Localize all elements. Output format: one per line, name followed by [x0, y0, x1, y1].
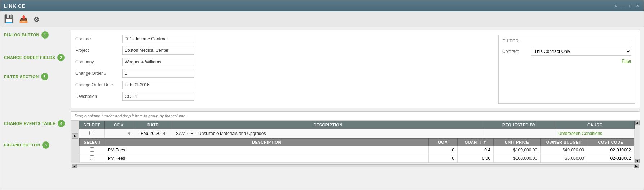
sub-col-owner-budget: OWNER BUDGET: [541, 139, 587, 146]
co-num-label: Change Order #: [75, 71, 122, 76]
sub-row1-desc: PM Fees: [105, 146, 429, 154]
sub-col-uom: UOM: [429, 139, 458, 146]
sub-table-row-2: PM Fees 0 0.06 $100,000.00 $6,000.00 02-…: [80, 154, 634, 163]
toolbar: 💾 📤 ⊗: [0, 11, 644, 27]
filter-contract-row: Contract This Contract Only All Contract…: [502, 47, 631, 56]
top-section: Contract Project Company Change Order #: [71, 30, 640, 108]
sub-row2-select: [80, 154, 105, 163]
annotation-label-1: DIALOG BUTTON: [4, 33, 39, 37]
project-row: Project: [75, 46, 493, 55]
window-title: LINK CE: [4, 3, 25, 9]
export-icon[interactable]: 📤: [19, 15, 28, 23]
col-select: SELECT: [79, 121, 105, 129]
main-table: SELECT CE # DATE DESCRIPTION REQUESTED B…: [79, 121, 635, 163]
desc-label: Description: [75, 94, 122, 99]
company-row: Company: [75, 58, 493, 66]
annotation-label-3: FILTER SECTION: [4, 74, 39, 79]
co-num-row: Change Order #: [75, 69, 493, 78]
sub-row1-checkbox[interactable]: [90, 147, 94, 152]
sub-col-quantity: QUANTITY: [458, 139, 494, 146]
sub-row1-cost-code: 02-010002: [587, 146, 634, 154]
co-date-input[interactable]: [122, 81, 194, 89]
contract-row: Contract: [75, 35, 493, 43]
annotations-column: DIALOG BUTTON 1 CHANGE ORDER FIELDS 2 FI…: [0, 27, 71, 182]
filter-contract-label: Contract: [502, 49, 531, 54]
expand-button[interactable]: ▶: [72, 133, 78, 139]
annotation-label-4: CHANGE EVENTS TABLE: [4, 121, 56, 126]
desc-input[interactable]: [122, 92, 194, 101]
company-label: Company: [75, 59, 122, 64]
refresh-btn[interactable]: ↻: [613, 3, 618, 8]
annotation-5: EXPAND BUTTON 5: [4, 141, 49, 149]
annotation-3: FILTER SECTION 3: [4, 73, 48, 80]
row-select-cell: [79, 129, 105, 138]
col-ce-num: CE #: [105, 121, 133, 129]
scrollable-table: SELECT CE # DATE DESCRIPTION REQUESTED B…: [79, 121, 635, 163]
project-input[interactable]: [122, 46, 194, 55]
scroll-left-btn[interactable]: ◀: [72, 164, 77, 168]
contract-input[interactable]: [122, 35, 194, 43]
scroll-down-btn[interactable]: ▼: [635, 159, 640, 163]
filter-contract-select[interactable]: This Contract Only All Contracts: [531, 47, 631, 56]
sub-row2-desc: PM Fees: [105, 154, 429, 163]
main-table-header: SELECT CE # DATE DESCRIPTION REQUESTED B…: [79, 121, 635, 129]
scroll-up-btn[interactable]: ▲: [635, 121, 640, 125]
sub-col-unit-price: UNIT PRICE: [494, 139, 541, 146]
title-bar: LINK CE ↻ ─ □ ✕: [0, 0, 644, 11]
sub-row1-unit-price: $100,000.00: [494, 146, 541, 154]
annotation-badge-5: 5: [42, 141, 49, 149]
vertical-scrollbar[interactable]: ▲ ▼: [635, 121, 640, 163]
row-checkbox[interactable]: [89, 131, 94, 135]
sub-row2-unit-price: $100,000.00: [494, 154, 541, 163]
row-requested-by: [483, 129, 555, 138]
annotation-badge-2: 2: [57, 54, 65, 61]
row-ce-num: 4: [105, 129, 133, 138]
save-icon[interactable]: 💾: [4, 14, 14, 24]
annotation-label-2: CHANGE ORDER FIELDS: [4, 55, 55, 60]
main-window: LINK CE ↻ ─ □ ✕ 💾 📤 ⊗ DIALOG BUTTON 1 CH…: [0, 0, 644, 190]
scroll-right-btn[interactable]: ▶: [634, 164, 639, 168]
sub-row2-quantity: 0.06: [458, 154, 494, 163]
row-description: SAMPLE – Unsuitable Materials and Upgrad…: [173, 129, 483, 138]
filter-title: FILTER: [502, 39, 631, 44]
close-btn[interactable]: ✕: [635, 3, 640, 8]
cancel-icon[interactable]: ⊗: [34, 15, 40, 23]
sub-row1-select: [80, 146, 105, 154]
co-date-label: Change Order Date: [75, 82, 122, 87]
sub-row1-uom: 0: [429, 146, 458, 154]
annotation-2: CHANGE ORDER FIELDS 2: [4, 54, 65, 61]
table-wrapper: ▶ SELECT CE # DATE DESCRIPTION: [71, 121, 640, 163]
sub-table-row-1: PM Fees 0 0.4 $100,000.00 $40,000.00 02-…: [80, 146, 634, 154]
table-section: Drag a column header and drop it here to…: [71, 111, 640, 168]
co-num-input[interactable]: [122, 69, 194, 78]
sub-col-desc: DESCRIPTION: [105, 139, 429, 146]
minimize-btn[interactable]: ─: [621, 3, 626, 8]
col-date: DATE: [133, 121, 173, 129]
horizontal-scrollbar[interactable]: ◀ ▶: [71, 163, 640, 168]
annotation-badge-3: 3: [41, 73, 48, 80]
form-fields: Contract Project Company Change Order #: [75, 35, 493, 104]
col-cause: CAUSE: [555, 121, 635, 129]
table-row: 4 Feb-20-2014 SAMPLE – Unsuitable Materi…: [79, 129, 635, 138]
sub-table: SELECT DESCRIPTION UOM QUANTITY UNIT PRI…: [79, 138, 634, 163]
sub-row2-uom: 0: [429, 154, 458, 163]
annotation-4: CHANGE EVENTS TABLE 4: [4, 120, 65, 127]
sub-col-select: SELECT: [80, 139, 105, 146]
company-input[interactable]: [122, 58, 194, 66]
drag-hint: Drag a column header and drop it here to…: [71, 112, 640, 121]
sub-row1-owner-budget: $40,000.00: [541, 146, 587, 154]
co-date-row: Change Order Date: [75, 81, 493, 89]
desc-row: Description: [75, 92, 493, 101]
annotation-1: DIALOG BUTTON 1: [4, 31, 49, 39]
col-requested-by: REQUESTED BY: [483, 121, 555, 129]
project-label: Project: [75, 48, 122, 53]
restore-btn[interactable]: □: [628, 3, 633, 8]
filter-link[interactable]: Filter: [502, 59, 631, 64]
annotation-badge-4: 4: [58, 120, 65, 127]
sub-row2-checkbox[interactable]: [90, 155, 94, 160]
row-cause[interactable]: Unforeseen Conditions: [555, 129, 635, 138]
contract-label: Contract: [75, 36, 122, 41]
sub-row1-quantity: 0.4: [458, 146, 494, 154]
annotation-label-5: EXPAND BUTTON: [4, 143, 40, 147]
sub-row2-cost-code: 02-010002: [587, 154, 634, 163]
